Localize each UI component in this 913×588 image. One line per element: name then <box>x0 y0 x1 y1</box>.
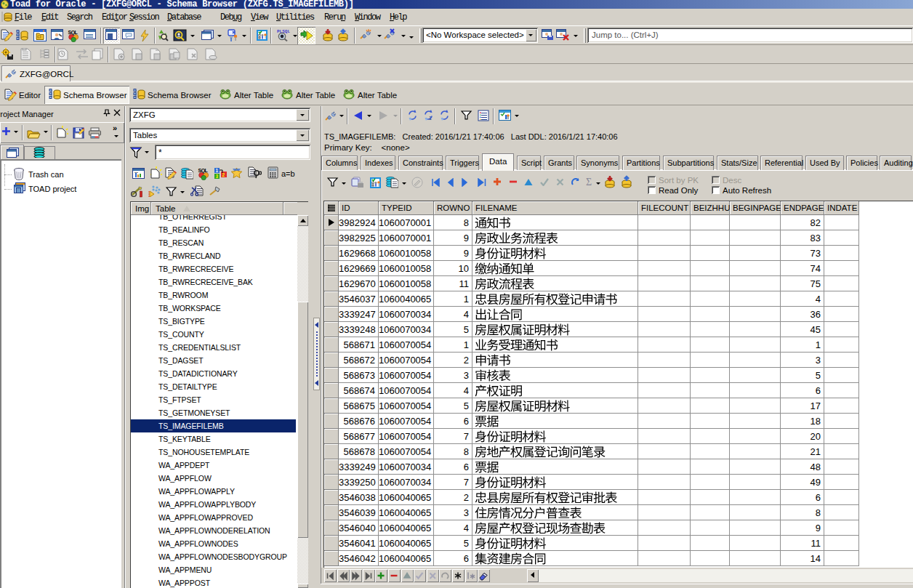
svg-text:1: 1 <box>215 168 218 173</box>
svg-text:SQL: SQL <box>198 168 209 174</box>
svg-text:3: 3 <box>215 174 218 179</box>
svg-text:1: 1 <box>429 116 432 121</box>
svg-text:Σ: Σ <box>586 177 592 187</box>
svg-text:SQL: SQL <box>68 30 79 36</box>
